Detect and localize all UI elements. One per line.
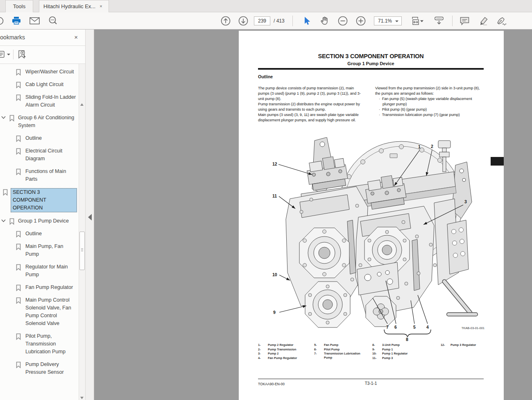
bookmark-item[interactable]: Wiper/Washer Circuit bbox=[0, 68, 79, 76]
legend-text: Pilot Pump bbox=[324, 348, 367, 352]
scroll-mode-icon[interactable] bbox=[434, 16, 444, 26]
bookmark-label: Functions of Main Parts bbox=[25, 168, 77, 183]
figure-code: TKAB-03-01-001 bbox=[462, 326, 484, 330]
bookmark-item[interactable]: Main Pump Control Solenoid Valve, Fan Pu… bbox=[0, 296, 79, 327]
callout-number: 6 bbox=[394, 325, 397, 330]
zoom-out-icon[interactable] bbox=[337, 16, 348, 26]
select-tool-icon[interactable] bbox=[301, 16, 312, 26]
fill-sign-icon[interactable] bbox=[496, 16, 507, 26]
bookmark-item[interactable]: Main Pump, Fan Pump bbox=[0, 243, 79, 258]
legend-entry: 10-Pump 1 Regulator bbox=[372, 352, 425, 356]
gear-pump bbox=[366, 296, 396, 327]
paragraph: Pump transmission (2) distributes the en… bbox=[258, 101, 363, 112]
bookmark-item[interactable]: Pump Delivery Pressure Sensor bbox=[0, 361, 79, 376]
bookmark-item[interactable]: Electrical Circuit Diagram bbox=[0, 147, 79, 163]
legend-entry: 4-Fan Pump Regulator bbox=[258, 356, 310, 360]
bullet-list: Fan pump (5) (swash plate type variable … bbox=[375, 96, 484, 117]
right-plate bbox=[447, 220, 469, 274]
bookmark-icon bbox=[16, 94, 21, 101]
chevron-down-icon[interactable] bbox=[1, 116, 6, 119]
chevron-down-icon[interactable] bbox=[1, 219, 6, 223]
bookmark-icon bbox=[2, 189, 8, 196]
page-number-input[interactable]: 239 bbox=[254, 16, 270, 25]
close-panel-icon[interactable]: × bbox=[74, 34, 78, 41]
comment-icon[interactable] bbox=[460, 16, 470, 26]
legend-number: 9- bbox=[372, 348, 382, 352]
cropped-tool-icon[interactable] bbox=[0, 16, 5, 26]
acrobat-window: Tools Hitachi Hydraulic Ex... × 239 / 41… bbox=[0, 0, 532, 400]
hand-tool-icon[interactable] bbox=[319, 16, 330, 26]
scroll-down-icon[interactable] bbox=[80, 397, 84, 399]
legend-entry: 2-Pump Transmission bbox=[258, 348, 310, 352]
collapse-panel-icon[interactable] bbox=[88, 214, 92, 220]
previous-page-icon[interactable] bbox=[220, 16, 231, 26]
tab-document[interactable]: Hitachi Hydraulic Ex... × bbox=[39, 0, 109, 12]
bullet-item: Fan pump (5) (swash plate type variable … bbox=[375, 96, 484, 107]
bookmark-icon bbox=[16, 69, 21, 76]
bookmark-options-icon[interactable] bbox=[0, 50, 6, 60]
page-fit-icon[interactable] bbox=[411, 16, 426, 26]
bookmark-label: Fan Pump Regulator bbox=[25, 284, 77, 291]
bookmark-icon bbox=[16, 264, 21, 271]
expand-bookmark-icon[interactable] bbox=[17, 50, 28, 62]
bookmarks-toolbar bbox=[0, 46, 85, 64]
bookmark-label: Outline bbox=[25, 134, 77, 142]
bookmark-icon bbox=[16, 231, 21, 238]
bookmark-icon bbox=[16, 82, 21, 89]
legend-text: Pump Transmission bbox=[268, 348, 310, 352]
toolbar: 239 / 413 71.1% bbox=[0, 12, 532, 30]
callout-number: 3 bbox=[464, 199, 467, 204]
legend-text: Fan Pump Regulator bbox=[268, 356, 310, 360]
callout-leader bbox=[279, 306, 306, 312]
bookmark-item[interactable]: Outline bbox=[0, 134, 79, 142]
next-page-icon[interactable] bbox=[238, 16, 249, 26]
legend-column: 1-Pump 2 Regulator2-Pump Transmission3-P… bbox=[258, 343, 310, 360]
print-icon[interactable] bbox=[11, 16, 22, 26]
bookmark-icon bbox=[9, 218, 15, 225]
bookmark-item[interactable]: Group 6 Air Conditioning System bbox=[0, 114, 79, 130]
callout-number: 4 bbox=[426, 325, 429, 330]
scrollbar-thumb[interactable] bbox=[79, 232, 85, 270]
bookmark-icon bbox=[16, 333, 21, 340]
bookmark-item[interactable]: Fan Pump Regulator bbox=[0, 284, 79, 291]
outline-heading: Outline bbox=[258, 74, 273, 79]
legend-column: 5-Fan Pump6-Pilot Pump7-Transmission Lub… bbox=[314, 343, 367, 360]
document-viewer[interactable]: SECTION 3 COMPONENT OPERATION Group 1 Pu… bbox=[94, 30, 532, 400]
bookmark-item[interactable]: Pilot Pump, Transmission Lubrication Pum… bbox=[0, 332, 79, 356]
search-icon[interactable] bbox=[48, 16, 59, 26]
bookmark-item[interactable]: Functions of Main Parts bbox=[0, 168, 79, 183]
bookmarks-list: Wiper/Washer CircuitCab Light CircuitSli… bbox=[0, 64, 79, 400]
zoom-level-select[interactable]: 71.1% bbox=[374, 16, 402, 25]
bookmarks-header: Bookmarks × bbox=[0, 30, 85, 46]
bookmark-item[interactable]: SECTION 3 COMPONENT OPERATION bbox=[0, 188, 79, 212]
panel-gutter bbox=[85, 30, 94, 400]
highlighter-icon[interactable] bbox=[478, 16, 489, 26]
flange-left-lower bbox=[305, 282, 350, 327]
bookmark-item[interactable]: Group 1 Pump Device bbox=[0, 217, 79, 225]
email-icon[interactable] bbox=[29, 16, 40, 26]
tab-tools[interactable]: Tools bbox=[5, 0, 33, 12]
paragraph: The pump device consists of pump transmi… bbox=[258, 85, 363, 101]
toolbar-separator bbox=[292, 16, 293, 26]
legend-number: 10- bbox=[372, 352, 382, 356]
callout-number: 5 bbox=[413, 325, 416, 330]
scroll-up-icon[interactable] bbox=[80, 103, 84, 106]
body-column-right: Viewed from the pump transmission (2) si… bbox=[375, 85, 484, 117]
figure-brace bbox=[384, 330, 431, 337]
bookmark-label: Main Pump Control Solenoid Valve, Fan Pu… bbox=[25, 296, 77, 327]
tab-document-title: Hitachi Hydraulic Ex... bbox=[43, 3, 95, 9]
bookmark-item[interactable]: Outline bbox=[0, 230, 79, 238]
bookmark-label: Pilot Pump, Transmission Lubrication Pum… bbox=[25, 332, 77, 356]
legend-number: 6- bbox=[314, 348, 324, 352]
tab-bar: Tools Hitachi Hydraulic Ex... × bbox=[0, 0, 532, 12]
bookmark-item[interactable]: Sliding Fold-In Ladder Alarm Circuit bbox=[0, 93, 79, 109]
legend-text: Pump 1 bbox=[382, 348, 425, 352]
zoom-in-icon[interactable] bbox=[355, 16, 366, 26]
legend-column: 8-3-Unit Pump9-Pump 110-Pump 1 Regulator… bbox=[372, 343, 425, 360]
bookmark-label: Wiper/Washer Circuit bbox=[25, 68, 77, 76]
legend-entry: 11-Pump 3 bbox=[372, 356, 425, 360]
close-tab-icon[interactable]: × bbox=[100, 4, 102, 9]
legend-text: 3-Unit Pump bbox=[382, 343, 425, 347]
bookmark-item[interactable]: Regulator for Main Pump bbox=[0, 263, 79, 279]
bookmark-item[interactable]: Cab Light Circuit bbox=[0, 81, 79, 89]
